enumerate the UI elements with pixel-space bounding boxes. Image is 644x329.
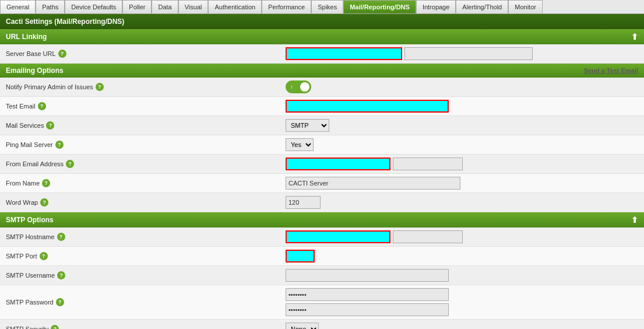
mail-services-label: Mail Services ? <box>6 121 286 130</box>
server-base-url-input[interactable] <box>286 47 402 60</box>
smtp-port-help-icon[interactable]: ? <box>40 252 48 260</box>
from-name-row: From Name ? <box>0 174 644 193</box>
emailing-options-title: Emailing Options <box>6 66 64 75</box>
smtp-security-row: SMTP Security ? None TLS SSL <box>0 320 644 329</box>
smtp-security-control: None TLS SSL <box>286 323 638 329</box>
smtp-options-title: SMTP Options <box>6 216 54 224</box>
smtp-password-input[interactable] <box>286 288 449 301</box>
server-base-url-label: Server Base URL ? <box>6 50 286 58</box>
tab-performance[interactable]: Performance <box>262 0 311 13</box>
server-base-url-control <box>286 47 638 60</box>
page-title: Cacti Settings (Mail/Reporting/DNS) <box>0 14 644 29</box>
word-wrap-row: Word Wrap ? <box>0 193 644 212</box>
mail-services-control: SMTP sendmail none <box>286 119 638 132</box>
smtp-password-confirm-input[interactable] <box>286 303 449 316</box>
from-name-input[interactable] <box>286 177 460 190</box>
ping-mail-server-label: Ping Mail Server ? <box>6 141 286 149</box>
from-email-input[interactable] <box>286 158 390 170</box>
notify-primary-admin-row: Notify Primary Admin of Issues ? ↑ <box>0 78 644 97</box>
word-wrap-control <box>286 196 638 209</box>
mail-services-help-icon[interactable]: ? <box>46 121 54 130</box>
notify-primary-admin-help-icon[interactable]: ? <box>96 83 104 91</box>
notify-primary-admin-label: Notify Primary Admin of Issues ? <box>6 83 286 91</box>
notify-primary-admin-control: ↑ <box>286 80 638 93</box>
ping-mail-server-row: Ping Mail Server ? Yes No <box>0 135 644 155</box>
emailing-options-header: Emailing Options Send a Test Email <box>0 64 644 78</box>
smtp-hostname-control <box>286 230 638 243</box>
url-linking-collapse-icon[interactable]: ⬆ <box>631 32 638 41</box>
tab-device-defaults[interactable]: Device Defaults <box>65 0 122 13</box>
test-email-control <box>286 100 638 113</box>
smtp-hostname-input-2[interactable] <box>393 230 463 243</box>
smtp-security-select[interactable]: None TLS SSL <box>286 323 319 329</box>
test-email-row: Test Email ? <box>0 97 644 116</box>
test-email-label: Test Email ? <box>6 102 286 110</box>
smtp-username-input[interactable] <box>286 269 449 282</box>
from-email-control <box>286 158 638 170</box>
tab-intropage[interactable]: Intropage <box>416 0 456 13</box>
mail-services-row: Mail Services ? SMTP sendmail none <box>0 116 644 135</box>
from-name-label: From Name ? <box>6 179 286 187</box>
smtp-hostname-label: SMTP Hostname ? <box>6 233 286 241</box>
tab-visual[interactable]: Visual <box>178 0 209 13</box>
tab-paths[interactable]: Paths <box>36 0 65 13</box>
smtp-password-control <box>286 288 638 316</box>
main-content: URL Linking ⬆ Server Base URL ? Emailing… <box>0 29 644 329</box>
smtp-username-control <box>286 269 638 282</box>
test-email-input[interactable] <box>286 100 449 113</box>
tab-authentication[interactable]: Authentication <box>208 0 262 13</box>
smtp-password-row: SMTP Password ? <box>0 285 644 320</box>
server-base-url-row: Server Base URL ? <box>0 44 644 64</box>
toggle-arrow-icon: ↑ <box>290 84 293 90</box>
tab-spikes[interactable]: Spikes <box>311 0 343 13</box>
smtp-password-label: SMTP Password ? <box>6 298 286 306</box>
smtp-username-row: SMTP Username ? <box>0 266 644 285</box>
smtp-hostname-help-icon[interactable]: ? <box>57 233 65 241</box>
send-test-email-link[interactable]: Send a Test Email <box>584 67 638 74</box>
smtp-security-label: SMTP Security ? <box>6 325 286 329</box>
smtp-options-header: SMTP Options ⬆ <box>0 212 644 228</box>
tab-bar: General Paths Device Defaults Poller Dat… <box>0 0 644 14</box>
from-email-row: From Email Address ? <box>0 155 644 174</box>
url-linking-header: URL Linking ⬆ <box>0 29 644 44</box>
from-name-help-icon[interactable]: ? <box>42 179 50 187</box>
smtp-port-control <box>286 250 638 262</box>
tab-poller[interactable]: Poller <box>122 0 152 13</box>
tab-alerting-thold[interactable]: Alerting/Thold <box>456 0 508 13</box>
test-email-help-icon[interactable]: ? <box>38 102 46 110</box>
smtp-username-label: SMTP Username ? <box>6 271 286 279</box>
smtp-port-input[interactable] <box>286 250 315 262</box>
server-base-url-help-icon[interactable]: ? <box>58 50 66 58</box>
tab-general[interactable]: General <box>0 0 36 13</box>
smtp-hostname-row: SMTP Hostname ? <box>0 228 644 247</box>
from-email-label: From Email Address ? <box>6 160 286 168</box>
word-wrap-input[interactable] <box>286 196 321 209</box>
tab-mail-reporting-dns[interactable]: Mail/Reporting/DNS <box>343 0 416 13</box>
smtp-username-help-icon[interactable]: ? <box>57 271 65 279</box>
from-email-help-icon[interactable]: ? <box>66 160 74 168</box>
tab-monitor[interactable]: Monitor <box>508 0 543 13</box>
word-wrap-label: Word Wrap ? <box>6 198 286 206</box>
tab-data[interactable]: Data <box>152 0 178 13</box>
notify-primary-admin-toggle[interactable]: ↑ <box>286 80 311 93</box>
ping-mail-server-help-icon[interactable]: ? <box>55 141 64 149</box>
smtp-options-collapse-icon[interactable]: ⬆ <box>631 215 638 225</box>
ping-mail-server-control: Yes No <box>286 138 638 151</box>
ping-mail-server-select[interactable]: Yes No <box>286 138 314 151</box>
word-wrap-help-icon[interactable]: ? <box>40 198 48 206</box>
from-email-input-2[interactable] <box>393 158 463 170</box>
smtp-port-row: SMTP Port ? <box>0 247 644 266</box>
smtp-password-help-icon[interactable]: ? <box>56 298 64 306</box>
server-base-url-input-2[interactable] <box>404 47 533 60</box>
url-linking-title: URL Linking <box>6 33 47 41</box>
from-name-control <box>286 177 638 190</box>
mail-services-select[interactable]: SMTP sendmail none <box>286 119 329 132</box>
smtp-port-label: SMTP Port ? <box>6 252 286 260</box>
smtp-security-help-icon[interactable]: ? <box>51 325 59 329</box>
smtp-hostname-input[interactable] <box>286 230 390 243</box>
